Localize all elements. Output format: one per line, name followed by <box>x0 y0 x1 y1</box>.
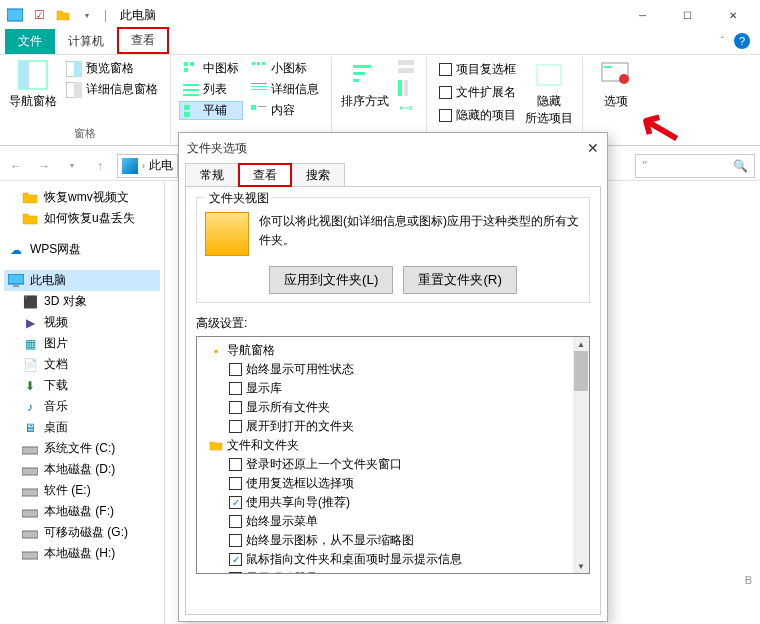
list-icon <box>183 82 199 98</box>
tree-drive-h[interactable]: 本地磁盘 (H:) <box>4 543 160 564</box>
sort-icon <box>349 59 381 91</box>
document-icon: 📄 <box>22 357 38 373</box>
dialog-tab-search[interactable]: 搜索 <box>291 163 345 187</box>
tree-desktop[interactable]: 🖥桌面 <box>4 417 160 438</box>
nav-tree[interactable]: 恢复wmv视频文 如何恢复u盘丢失 ☁WPS网盘 此电脑 ⬛3D 对象 ▶视频 … <box>0 181 165 624</box>
hidden-items-toggle[interactable]: 隐藏的项目 <box>435 105 520 126</box>
hide-selected-button[interactable]: 隐藏 所选项目 <box>524 59 574 127</box>
drive-icon <box>22 546 38 562</box>
back-button[interactable]: ← <box>5 155 27 177</box>
adv-item[interactable]: 展开到打开的文件夹 <box>201 417 585 436</box>
adv-item[interactable]: 使用共享向导(推荐) <box>201 493 585 512</box>
svg-point-33 <box>619 74 629 84</box>
dialog-tab-view[interactable]: 查看 <box>238 163 292 187</box>
tree-downloads[interactable]: ⬇下载 <box>4 375 160 396</box>
preview-pane-button[interactable]: 预览窗格 <box>62 59 162 78</box>
details-pane-icon <box>66 82 82 98</box>
titlebar-separator: | <box>104 8 107 22</box>
tree-thispc[interactable]: 此电脑 <box>4 270 160 291</box>
svg-rect-16 <box>257 62 260 65</box>
adv-item[interactable]: 始终显示菜单 <box>201 512 585 531</box>
layout-content[interactable]: 内容 <box>247 101 323 120</box>
forward-button[interactable]: → <box>33 155 55 177</box>
svg-rect-0 <box>7 9 23 21</box>
qat-dropdown-icon[interactable]: ▾ <box>77 5 97 25</box>
checkbox-icon <box>229 420 242 433</box>
tiles-icon <box>183 103 199 119</box>
details-icon <box>251 82 267 98</box>
adv-item[interactable]: 使用复选框以选择项 <box>201 474 585 493</box>
group-by-button[interactable] <box>394 59 418 77</box>
desktop-icon: 🖥 <box>22 420 38 436</box>
tree-pictures[interactable]: ▦图片 <box>4 333 160 354</box>
layout-list[interactable]: 列表 <box>179 80 243 99</box>
adv-item[interactable]: 显示所有文件夹 <box>201 398 585 417</box>
cube-icon: ⬛ <box>22 294 38 310</box>
layout-details[interactable]: 详细信息 <box>247 80 323 99</box>
checkbox-icon <box>229 382 242 395</box>
qat-properties-icon[interactable]: ☑ <box>29 5 49 25</box>
layout-small[interactable]: 小图标 <box>247 59 323 78</box>
extensions-toggle[interactable]: 文件扩展名 <box>435 82 520 103</box>
details-pane-button[interactable]: 详细信息窗格 <box>62 80 162 99</box>
scrollbar[interactable]: ▲ ▼ <box>573 337 589 573</box>
sort-button[interactable]: 排序方式 <box>340 59 390 110</box>
up-button[interactable]: ↑ <box>89 155 111 177</box>
tree-drive-d[interactable]: 本地磁盘 (D:) <box>4 459 160 480</box>
checkbox-checked-icon <box>229 496 242 509</box>
reset-folders-button[interactable]: 重置文件夹(R) <box>403 266 517 294</box>
checkbox-icon <box>229 458 242 471</box>
adv-item[interactable]: 显示驱动器号 <box>201 569 585 574</box>
recent-dropdown-icon[interactable]: ▾ <box>61 155 83 177</box>
svg-rect-41 <box>22 552 38 559</box>
minimize-button[interactable]: ─ <box>620 1 665 29</box>
advanced-list[interactable]: ▪导航窗格 始终显示可用性状态 显示库 显示所有文件夹 展开到打开的文件夹 文件… <box>196 336 590 574</box>
svg-rect-12 <box>183 94 199 96</box>
adv-item[interactable]: 始终显示图标，从不显示缩略图 <box>201 531 585 550</box>
svg-rect-10 <box>183 84 199 86</box>
adv-item[interactable]: 显示库 <box>201 379 585 398</box>
scroll-up-icon[interactable]: ▲ <box>573 337 589 351</box>
adv-item[interactable]: 鼠标指向文件夹和桌面项时显示提示信息 <box>201 550 585 569</box>
tree-item[interactable]: 恢复wmv视频文 <box>4 187 160 208</box>
close-button[interactable]: ✕ <box>710 1 755 29</box>
tree-music[interactable]: ♪音乐 <box>4 396 160 417</box>
tree-drive-c[interactable]: 系统文件 (C:) <box>4 438 160 459</box>
collapse-ribbon-icon[interactable]: ˇ <box>721 36 724 47</box>
layout-medium[interactable]: 中图标 <box>179 59 243 78</box>
nav-pane-button[interactable]: 导航窗格 <box>8 59 58 110</box>
tree-wps[interactable]: ☁WPS网盘 <box>4 239 160 260</box>
size-columns-button[interactable] <box>394 99 418 117</box>
checkboxes-toggle[interactable]: 项目复选框 <box>435 59 520 80</box>
dialog-close-button[interactable]: ✕ <box>587 140 599 156</box>
layout-tiles[interactable]: 平铺 <box>179 101 243 120</box>
tree-3d[interactable]: ⬛3D 对象 <box>4 291 160 312</box>
tree-item[interactable]: 如何恢复u盘丢失 <box>4 208 160 229</box>
tree-documents[interactable]: 📄文档 <box>4 354 160 375</box>
tree-drive-f[interactable]: 本地磁盘 (F:) <box>4 501 160 522</box>
search-input[interactable]: " 🔍 <box>635 154 755 178</box>
adv-item[interactable]: 登录时还原上一个文件夹窗口 <box>201 455 585 474</box>
breadcrumb[interactable]: › 此电 <box>117 154 178 178</box>
checkbox-icon <box>229 534 242 547</box>
apply-folders-button[interactable]: 应用到文件夹(L) <box>269 266 393 294</box>
help-icon[interactable]: ? <box>734 33 750 49</box>
tree-drive-g[interactable]: 可移动磁盘 (G:) <box>4 522 160 543</box>
maximize-button[interactable]: ☐ <box>665 1 710 29</box>
tab-file[interactable]: 文件 <box>5 29 55 54</box>
dialog-tab-general[interactable]: 常规 <box>185 163 239 187</box>
options-button[interactable]: 选项 <box>591 59 641 110</box>
add-columns-button[interactable] <box>394 79 418 97</box>
adv-item[interactable]: 始终显示可用性状态 <box>201 360 585 379</box>
nav-pane-icon <box>17 59 49 91</box>
tree-drive-e[interactable]: 软件 (E:) <box>4 480 160 501</box>
ribbon-tabs: 文件 计算机 查看 ˇ ? <box>0 30 760 54</box>
scrollbar-thumb[interactable] <box>574 351 588 391</box>
qat-folder-icon[interactable] <box>53 5 73 25</box>
svg-rect-4 <box>74 61 82 77</box>
tab-computer[interactable]: 计算机 <box>55 29 117 54</box>
tree-videos[interactable]: ▶视频 <box>4 312 160 333</box>
details-pane-label: 详细信息窗格 <box>86 81 158 98</box>
scroll-down-icon[interactable]: ▼ <box>573 559 589 573</box>
tab-view[interactable]: 查看 <box>117 27 169 54</box>
